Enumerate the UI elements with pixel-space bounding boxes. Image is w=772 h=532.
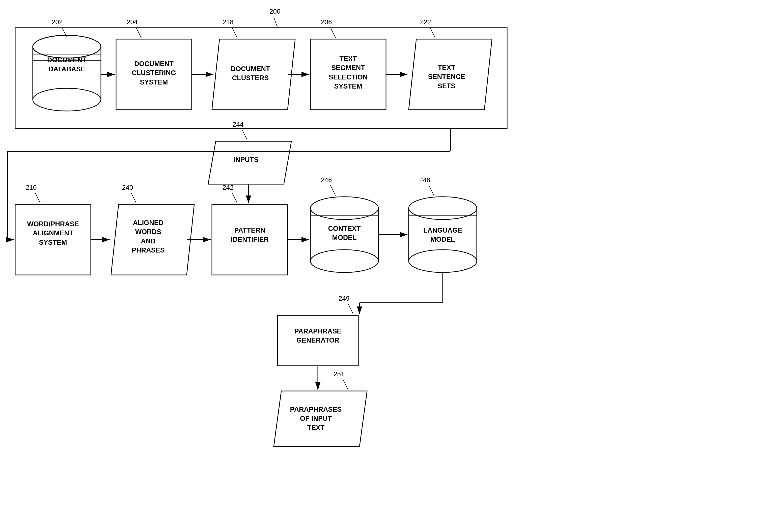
svg-line-48 xyxy=(232,28,237,38)
paraphrases-label: PARAPHRASESOF INPUTTEXT xyxy=(275,405,356,432)
svg-point-24 xyxy=(409,250,477,272)
ref-202: 202 xyxy=(52,18,63,26)
ref-246: 246 xyxy=(321,176,332,184)
ref-251: 251 xyxy=(334,370,344,378)
ref-210: 210 xyxy=(26,184,37,191)
svg-line-58 xyxy=(348,304,353,314)
ref-240: 240 xyxy=(122,184,133,191)
ref-204: 204 xyxy=(127,18,137,26)
svg-line-49 xyxy=(274,17,278,27)
text-sentence-label: TEXTSENTENCESETS xyxy=(412,63,481,91)
ref-218: 218 xyxy=(223,18,233,26)
svg-line-55 xyxy=(232,193,237,203)
svg-line-57 xyxy=(429,185,434,195)
ref-200: 200 xyxy=(269,8,280,15)
word-phrase-label: WORD/PHRASEALIGNMENTSYSTEM xyxy=(15,219,91,247)
svg-line-52 xyxy=(35,193,40,203)
svg-line-54 xyxy=(242,130,247,140)
svg-point-5 xyxy=(33,35,101,58)
svg-point-4 xyxy=(33,88,101,111)
doc-database-label: DOCUMENTDATABASE xyxy=(33,55,101,74)
svg-line-53 xyxy=(131,193,136,203)
doc-clusters-label: DOCUMENTCLUSTERS xyxy=(216,64,285,83)
diagram-svg xyxy=(0,0,772,532)
svg-point-19 xyxy=(310,250,378,272)
pattern-identifier-label: PATTERNIDENTIFIER xyxy=(212,226,288,244)
ref-206: 206 xyxy=(321,18,332,26)
svg-line-46 xyxy=(62,28,67,37)
svg-line-51 xyxy=(430,28,435,38)
svg-line-50 xyxy=(330,28,336,38)
ref-249: 249 xyxy=(339,295,349,302)
ref-248: 248 xyxy=(419,176,430,184)
language-model-label: LANGUAGEMODEL xyxy=(409,226,477,244)
inputs-label: INPUTS xyxy=(211,155,281,164)
ref-244: 244 xyxy=(233,121,243,128)
text-segment-label: TEXTSEGMENTSELECTIONSYSTEM xyxy=(310,54,386,91)
diagram: 202 204 218 200 206 222 210 240 244 242 … xyxy=(0,0,772,532)
doc-clustering-label: DOCUMENTCLUSTERINGSYSTEM xyxy=(116,59,192,87)
context-model-label: CONTEXTMODEL xyxy=(310,224,378,242)
aligned-words-label: ALIGNEDWORDSANDPHRASES xyxy=(114,218,183,255)
ref-242: 242 xyxy=(223,184,233,191)
svg-line-56 xyxy=(330,185,336,195)
svg-line-47 xyxy=(136,28,141,38)
svg-point-23 xyxy=(409,197,477,219)
paraphrase-gen-label: PARAPHRASEGENERATOR xyxy=(278,327,358,345)
svg-line-59 xyxy=(343,380,348,390)
svg-point-18 xyxy=(310,197,378,219)
ref-222: 222 xyxy=(420,18,431,26)
svg-point-3 xyxy=(33,35,101,58)
